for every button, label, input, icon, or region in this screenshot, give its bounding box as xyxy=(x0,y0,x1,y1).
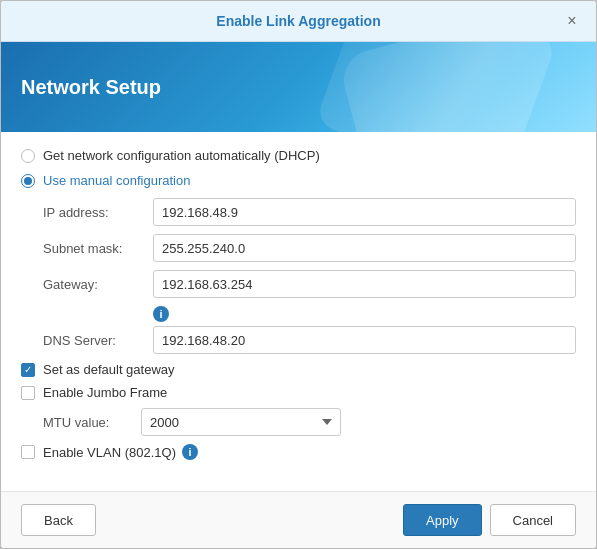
ip-label: IP address: xyxy=(43,205,153,220)
close-button[interactable]: × xyxy=(562,11,582,31)
default-gateway-checkbox[interactable] xyxy=(21,363,35,377)
gateway-info-icon[interactable]: i xyxy=(153,306,169,322)
vlan-row[interactable]: Enable VLAN (802.1Q) i xyxy=(21,444,576,460)
jumbo-frame-row[interactable]: Enable Jumbo Frame xyxy=(21,385,576,400)
ip-input[interactable] xyxy=(153,198,576,226)
content-area: Get network configuration automatically … xyxy=(1,132,596,491)
default-gateway-label: Set as default gateway xyxy=(43,362,175,377)
dialog: Enable Link Aggregation × Network Setup … xyxy=(0,0,597,549)
jumbo-frame-checkbox[interactable] xyxy=(21,386,35,400)
dhcp-radio[interactable] xyxy=(21,149,35,163)
gateway-row: Gateway: xyxy=(43,270,576,298)
info-row: i xyxy=(153,306,576,322)
footer: Back Apply Cancel xyxy=(1,491,596,548)
subnet-input[interactable] xyxy=(153,234,576,262)
manual-config-section: IP address: Subnet mask: Gateway: i DNS … xyxy=(43,198,576,354)
mtu-row: MTU value: 1500 2000 4000 9000 xyxy=(43,408,576,436)
jumbo-frame-label: Enable Jumbo Frame xyxy=(43,385,167,400)
gateway-label: Gateway: xyxy=(43,277,153,292)
vlan-label: Enable VLAN (802.1Q) xyxy=(43,445,176,460)
manual-radio-option[interactable]: Use manual configuration xyxy=(21,173,576,188)
default-gateway-row[interactable]: Set as default gateway xyxy=(21,362,576,377)
apply-button[interactable]: Apply xyxy=(403,504,482,536)
subnet-label: Subnet mask: xyxy=(43,241,153,256)
manual-radio[interactable] xyxy=(21,174,35,188)
mtu-select[interactable]: 1500 2000 4000 9000 xyxy=(141,408,341,436)
gateway-input[interactable] xyxy=(153,270,576,298)
dns-input[interactable] xyxy=(153,326,576,354)
ip-row: IP address: xyxy=(43,198,576,226)
vlan-info-icon[interactable]: i xyxy=(182,444,198,460)
subnet-row: Subnet mask: xyxy=(43,234,576,262)
dns-label: DNS Server: xyxy=(43,333,153,348)
header-title: Network Setup xyxy=(21,76,161,99)
header-banner: Network Setup xyxy=(1,42,596,132)
dialog-title: Enable Link Aggregation xyxy=(35,13,562,29)
dhcp-radio-option[interactable]: Get network configuration automatically … xyxy=(21,148,576,163)
manual-label: Use manual configuration xyxy=(43,173,190,188)
cancel-button[interactable]: Cancel xyxy=(490,504,576,536)
vlan-checkbox[interactable] xyxy=(21,445,35,459)
dhcp-label: Get network configuration automatically … xyxy=(43,148,320,163)
footer-right-buttons: Apply Cancel xyxy=(403,504,576,536)
title-bar: Enable Link Aggregation × xyxy=(1,1,596,42)
mtu-label: MTU value: xyxy=(43,415,141,430)
dns-row: DNS Server: xyxy=(43,326,576,354)
back-button[interactable]: Back xyxy=(21,504,96,536)
